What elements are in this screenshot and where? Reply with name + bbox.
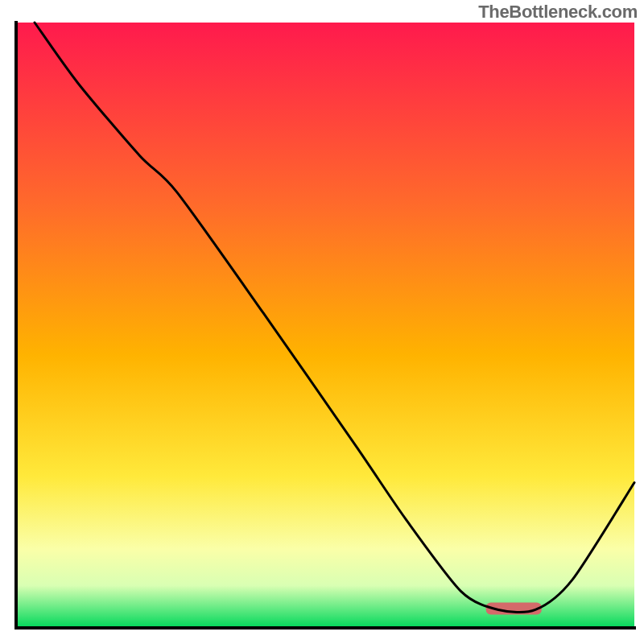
chart-svg bbox=[0, 0, 644, 644]
bottleneck-chart: TheBottleneck.com bbox=[0, 0, 644, 644]
watermark-text: TheBottleneck.com bbox=[478, 2, 638, 23]
plot-background bbox=[16, 23, 634, 628]
